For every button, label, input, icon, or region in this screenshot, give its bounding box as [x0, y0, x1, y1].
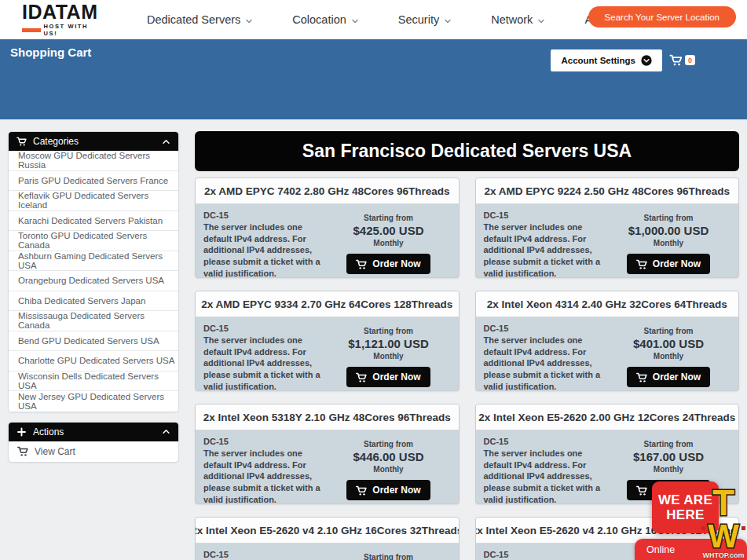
category-link-label: Orangeburg Dedicated Servers USA	[18, 276, 164, 285]
actions-title: Actions	[33, 426, 64, 437]
datacenter-code: DC-15	[203, 324, 327, 333]
cart-count-badge: 0	[685, 55, 695, 65]
datacenter-code: DC-15	[484, 324, 607, 333]
category-link[interactable]: Ashburn Gaming Dedicated Servers USA	[9, 251, 178, 272]
view-cart-label: View Cart	[35, 446, 75, 457]
logo-wordmark: IDATAM	[22, 2, 104, 22]
category-link-label: Bend GPU Dedicated Servers USA	[18, 336, 159, 346]
categories-title: Categories	[33, 136, 79, 147]
order-now-button[interactable]: Order Now	[627, 367, 710, 387]
nav-menu-item[interactable]: Colocation	[273, 13, 379, 26]
watermark-letter-w: W	[708, 518, 739, 555]
shopping-cart-icon	[669, 54, 683, 66]
nav-menu-item[interactable]: Network	[471, 13, 565, 26]
category-link[interactable]: Toronto GPU Dedicated Servers Canada	[9, 231, 178, 251]
monthly-label: Monthly	[606, 465, 731, 474]
category-link[interactable]: Paris GPU Dedicated Servers France	[9, 171, 178, 192]
order-now-button[interactable]: Order Now	[627, 254, 710, 274]
starting-from-label: Starting from	[327, 440, 451, 448]
server-card-title: 2x Intel Xeon E5-2620 v4 2.10 GHz 16Core…	[196, 518, 459, 544]
chevron-down-icon	[537, 17, 545, 25]
category-link[interactable]: Wisconsin Dells Dedicated Servers USA	[9, 372, 178, 392]
category-link-label: Toronto GPU Dedicated Servers Canada	[18, 231, 178, 250]
category-link[interactable]: Charlotte GPU Dedicated Servers USA	[9, 351, 178, 372]
logo-accent-bar	[22, 28, 41, 32]
starting-from-label: Starting from	[327, 214, 451, 222]
category-link[interactable]: Orangeburg Dedicated Servers USA	[9, 271, 178, 291]
plus-icon	[16, 427, 27, 437]
monthly-label: Monthly	[606, 239, 731, 247]
categories-panel-header[interactable]: Categories	[9, 132, 178, 151]
server-description: The server includes one default IPv4 add…	[484, 335, 607, 391]
category-link-label: Moscow GPU Dedicated Servers Russia	[18, 151, 178, 170]
order-now-label: Order Now	[372, 485, 420, 496]
datacenter-code: DC-15	[484, 210, 607, 220]
category-link[interactable]: Mississauga Dedicated Servers Canada	[9, 311, 178, 331]
server-card: 2x Intel Xeon E5-2620 v4 2.10 GHz 16Core…	[195, 517, 460, 560]
shopping-cart-icon	[356, 259, 367, 269]
server-card: 2x AMD EPYC 7402 2.80 GHz 48Cores 96Thre…	[195, 178, 460, 278]
shopping-cart-icon	[636, 485, 647, 496]
category-link-label: Chiba Dedicated Servers Japan	[18, 296, 145, 306]
chevron-up-icon	[162, 427, 170, 436]
header-cart-button[interactable]: 0	[669, 54, 695, 66]
order-now-label: Order Now	[372, 258, 420, 269]
monthly-label: Monthly	[327, 352, 451, 361]
shopping-cart-icon	[356, 485, 367, 496]
categories-panel: Categories Moscow GPU Dedicated Servers …	[8, 131, 179, 412]
category-link-label: Mississauga Dedicated Servers Canada	[18, 311, 178, 330]
logo-tagline: HOST WITH US!	[44, 23, 104, 37]
server-description: The server includes one default IPv4 add…	[203, 221, 327, 278]
price-value: $167.00 USD	[606, 450, 731, 463]
order-now-button[interactable]: Order Now	[346, 480, 430, 500]
starting-from-label: Starting from	[606, 214, 731, 222]
location-heading: San Francisco Dedicated Servers USA	[195, 131, 739, 171]
nav-menu-item-label: Network	[491, 13, 533, 26]
category-link[interactable]: Chiba Dedicated Servers Japan	[9, 291, 178, 312]
site-logo[interactable]: IDATAM HOST WITH US!	[22, 2, 104, 37]
page-title: Shopping Cart	[10, 46, 91, 59]
nav-menu-item[interactable]: Dedicated Servers	[127, 13, 273, 26]
shopping-cart-icon	[636, 372, 647, 382]
live-chat-status-label: Online	[646, 544, 675, 555]
actions-panel-header[interactable]: Actions	[9, 423, 178, 441]
sidebar: Categories Moscow GPU Dedicated Servers …	[8, 131, 179, 472]
server-description: The server includes one default IPv4 add…	[484, 221, 607, 278]
we-are-here-line2: HERE	[666, 507, 704, 522]
category-link-label: New Jersey GPU Dedicated Servers USA	[18, 392, 178, 411]
category-link-label: Karachi Dedicated Servers Pakistan	[18, 216, 163, 225]
category-link[interactable]: Keflavik GPU Dedicated Servers Iceland	[9, 191, 178, 211]
starting-from-label: Starting from	[327, 553, 451, 560]
server-card: 2x Intel Xeon 4314 2.40 GHz 32Cores 64Th…	[475, 291, 740, 391]
chevron-down-icon	[351, 17, 359, 25]
chevron-down-icon	[444, 17, 452, 25]
datacenter-code: DC-15	[484, 437, 607, 446]
category-link-label: Keflavik GPU Dedicated Servers Iceland	[18, 191, 178, 210]
nav-menu-item[interactable]: Security	[379, 13, 471, 26]
server-description: The server includes one default IPv4 add…	[203, 448, 327, 504]
price-value: $1,000.00 USD	[606, 224, 731, 237]
order-now-button[interactable]: Order Now	[346, 367, 430, 387]
nav-menu-item-label: Security	[398, 13, 439, 26]
monthly-label: Monthly	[327, 239, 451, 247]
category-link[interactable]: New Jersey GPU Dedicated Servers USA	[9, 391, 178, 412]
price-value: $425.00 USD	[327, 224, 451, 237]
account-settings-button[interactable]: Account Settings	[551, 49, 662, 71]
starting-from-label: Starting from	[606, 440, 731, 448]
price-value: $446.00 USD	[327, 450, 451, 463]
category-link[interactable]: Bend GPU Dedicated Servers USA	[9, 331, 178, 352]
top-navbar: IDATAM HOST WITH US! Dedicated Servers C…	[0, 0, 747, 39]
order-now-label: Order Now	[372, 372, 420, 382]
category-link[interactable]: Moscow GPU Dedicated Servers Russia	[9, 151, 178, 171]
search-server-location-button[interactable]: Search Your Server Location	[588, 6, 736, 27]
category-link[interactable]: Karachi Dedicated Servers Pakistan	[9, 211, 178, 232]
account-settings-label: Account Settings	[561, 56, 635, 65]
nav-menu-item-label: Dedicated Servers	[147, 13, 240, 26]
view-cart-link[interactable]: View Cart	[9, 441, 178, 462]
server-card-title: 2x Intel Xeon E5-2620 2.00 GHz 12Cores 2…	[476, 404, 739, 430]
whtop-watermark-logo: T W WHTOP.com	[700, 485, 747, 560]
server-card-title: 2x AMD EPYC 7402 2.80 GHz 48Cores 96Thre…	[196, 178, 459, 204]
server-card-title: 2x Intel Xeon 4314 2.40 GHz 32Cores 64Th…	[476, 291, 739, 317]
circle-arrow-down-icon	[641, 55, 652, 66]
order-now-button[interactable]: Order Now	[346, 254, 430, 274]
